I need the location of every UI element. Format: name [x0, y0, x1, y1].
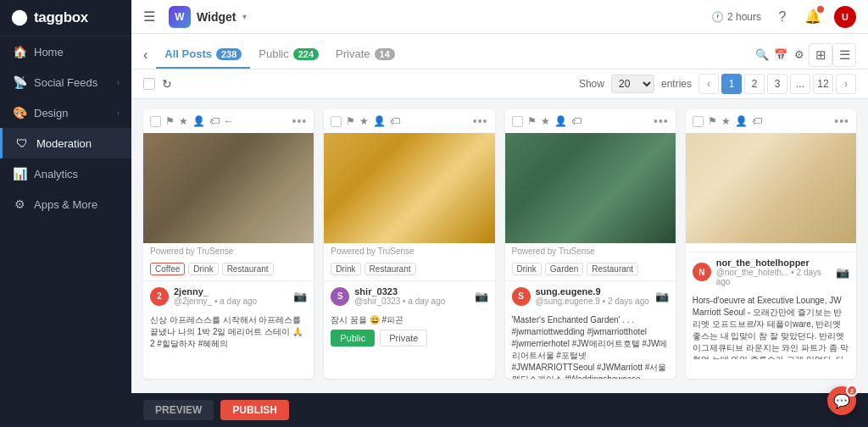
preview-button[interactable]: PREVIEW	[143, 400, 214, 420]
star-icon[interactable]: ★	[179, 115, 188, 127]
publish-button[interactable]: PUBLISH	[220, 400, 289, 420]
card-image	[505, 133, 676, 243]
apps-more-icon: ⚙	[12, 197, 27, 211]
flag-icon[interactable]: ⚑	[708, 115, 717, 127]
card-1: ⚑ ★ 👤 🏷 ← ••• Powered by TruSense Coffee…	[143, 109, 314, 379]
tab-public[interactable]: Public 224	[250, 41, 327, 69]
tag-icon[interactable]: 🏷	[209, 115, 220, 127]
platform-icon: 📷	[836, 266, 849, 279]
sidebar-item-moderation[interactable]: 🛡 Moderation	[0, 128, 131, 158]
star-icon[interactable]: ★	[359, 115, 369, 127]
tag-drink[interactable]: Drink	[188, 263, 218, 275]
tag-coffee[interactable]: Coffee	[150, 263, 185, 275]
moderation-label: Moderation	[36, 137, 120, 150]
tab-all-posts[interactable]: All Posts 238	[156, 41, 250, 69]
more-icon[interactable]: •••	[292, 114, 308, 128]
notification-icon[interactable]: 🔔	[804, 8, 822, 26]
help-icon[interactable]: ?	[773, 8, 792, 26]
next-page-button[interactable]: ›	[836, 74, 856, 94]
card-checkbox[interactable]	[512, 116, 523, 127]
platform-icon: 📷	[475, 290, 488, 302]
user-icon[interactable]: 👤	[373, 115, 386, 127]
user-handle: @nor_the_hoteth... • 2 days ago	[716, 268, 831, 286]
sidebar-item-analytics[interactable]: 📊 Analytics	[0, 158, 131, 189]
more-icon[interactable]: •••	[654, 114, 669, 128]
bottom-actions: PREVIEW PUBLISH	[131, 393, 868, 427]
star-icon[interactable]: ★	[721, 115, 731, 127]
card-tags: DrinkGardenRestaurant	[505, 259, 676, 280]
arrow-icon: ›	[117, 108, 120, 118]
prev-page-button[interactable]: ‹	[698, 74, 719, 94]
card-checkbox[interactable]	[693, 116, 704, 127]
user-icon[interactable]: 👤	[735, 115, 748, 127]
public-button[interactable]: Public	[331, 330, 375, 347]
card-tags: CoffeeDrinkRestaurant	[143, 259, 314, 280]
design-icon: 🎨	[12, 106, 27, 119]
tag-icon[interactable]: 🏷	[752, 115, 762, 127]
user-info: sung.eugene.9 @sung.eugene.9 • 2 days ag…	[536, 286, 650, 306]
sidebar-item-apps-more[interactable]: ⚙ Apps & More	[0, 189, 131, 219]
card-image	[143, 133, 314, 243]
card-checkbox[interactable]	[331, 116, 342, 127]
tag-restaurant[interactable]: Restaurant	[364, 263, 416, 275]
flag-icon[interactable]: ⚑	[346, 115, 355, 127]
tag-icon[interactable]: 🏷	[390, 115, 400, 127]
tag-drink[interactable]: Drink	[512, 263, 542, 275]
sidebar-item-design[interactable]: 🎨 Design ›	[0, 97, 131, 128]
tag-drink[interactable]: Drink	[331, 263, 360, 275]
grid-view-icon[interactable]: ⊞	[809, 43, 832, 67]
more-icon[interactable]: •••	[834, 114, 849, 128]
topbar: ☰ W Widget ▾ 🕐 2 hours ? 🔔 U	[131, 0, 868, 34]
arrow-left-icon[interactable]: ←	[224, 115, 234, 127]
user-icon[interactable]: 👤	[554, 115, 567, 127]
page-1-button[interactable]: 1	[721, 74, 742, 94]
sidebar-item-social-feeds[interactable]: 📡 Social Feeds ›	[0, 67, 131, 97]
calendar-icon[interactable]: 📅	[771, 46, 790, 64]
star-icon[interactable]: ★	[541, 115, 550, 127]
tab-public-label: Public	[259, 47, 288, 60]
card-footer: 2 2jenny_ @2jenny_ • a day ago 📷	[143, 280, 314, 311]
private-button[interactable]: Private	[380, 330, 427, 347]
card-text: 'Master's Enchanted Garden' . . . #jwmar…	[505, 311, 676, 379]
page-12-button[interactable]: 12	[813, 74, 833, 94]
page-2-button[interactable]: 2	[744, 74, 765, 94]
select-all-checkbox[interactable]	[143, 78, 155, 90]
list-view-icon[interactable]: ☰	[832, 43, 856, 67]
user-info: nor_the_hotelhopper @nor_the_hoteth... •…	[716, 258, 831, 286]
flag-icon[interactable]: ⚑	[527, 115, 537, 127]
card-checkbox[interactable]	[150, 116, 161, 127]
card-footer: S shir_0323 @shir_0323 • a day ago 📷	[324, 280, 494, 311]
card-text: 잠시 꿈을 😄 #피곤	[324, 311, 494, 330]
analytics-label: Analytics	[34, 168, 120, 180]
brand-chevron-icon[interactable]: ▾	[242, 12, 247, 21]
tag-garden[interactable]: Garden	[545, 263, 583, 275]
page-3-button[interactable]: 3	[767, 74, 787, 94]
card-2: ⚑ ★ 👤 🏷 ••• Powered by TruSense DrinkRes…	[324, 109, 494, 379]
user-avatar[interactable]: U	[834, 6, 856, 28]
card-footer: S sung.eugene.9 @sung.eugene.9 • 2 days …	[505, 280, 676, 311]
social-feeds-label: Social Feeds	[34, 76, 117, 89]
tag-restaurant[interactable]: Restaurant	[587, 263, 638, 275]
brand-name: Widget	[197, 10, 236, 24]
tag-restaurant[interactable]: Restaurant	[222, 263, 274, 275]
user-name: shir_0323	[354, 286, 469, 297]
user-avatar: S	[512, 287, 531, 306]
entries-select[interactable]: 2050100	[611, 75, 654, 93]
search-icon[interactable]: 🔍	[753, 46, 771, 64]
card-header: ⚑ ★ 👤 🏷 ← •••	[143, 109, 314, 133]
tab-private[interactable]: Private 14	[327, 41, 403, 69]
hamburger-icon[interactable]: ☰	[143, 8, 155, 25]
sidebar-item-home[interactable]: 🏠 Home	[0, 36, 131, 67]
logo-text: taggbox	[34, 9, 88, 26]
flag-icon[interactable]: ⚑	[165, 115, 175, 127]
moderation-icon: 🛡	[14, 136, 30, 150]
card-footer: N nor_the_hotelhopper @nor_the_hoteth...…	[686, 252, 856, 291]
apps-more-label: Apps & More	[34, 198, 120, 211]
tag-icon[interactable]: 🏷	[571, 115, 581, 127]
filter-icon[interactable]: ⚙	[790, 46, 809, 64]
more-icon[interactable]: •••	[473, 114, 488, 128]
back-button[interactable]: ‹	[143, 47, 147, 63]
chat-bubble[interactable]: 💬 2	[827, 386, 856, 415]
user-icon[interactable]: 👤	[192, 115, 205, 127]
refresh-icon[interactable]: ↻	[162, 77, 172, 91]
